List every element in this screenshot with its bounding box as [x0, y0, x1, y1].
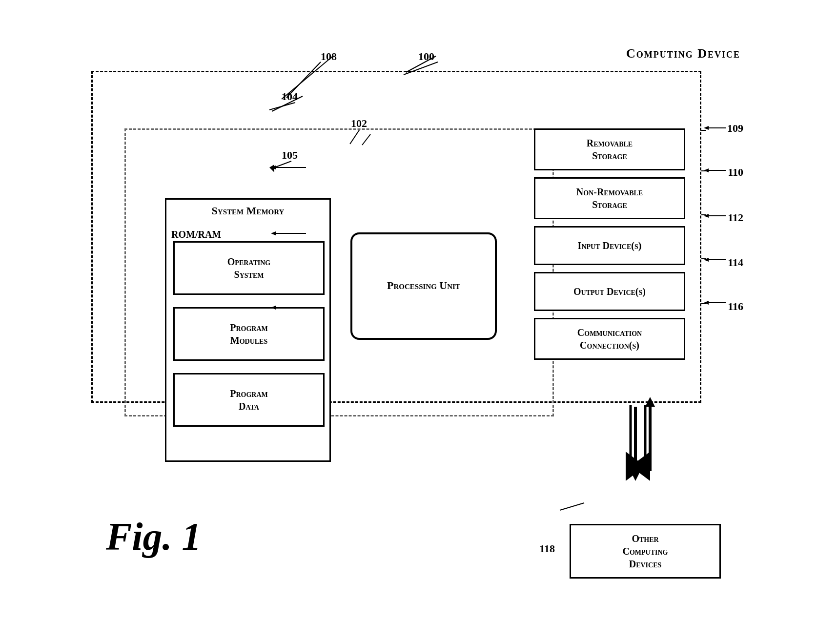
communication-connections-label: CommunicationConnection(s): [577, 326, 642, 352]
operating-system-label: OperatingSystem: [227, 255, 270, 281]
ref-100: 100: [418, 50, 434, 63]
input-devices-box: Input Device(s): [534, 226, 685, 265]
program-modules-box: ProgramModules: [173, 307, 325, 361]
svg-marker-30: [704, 214, 709, 218]
processing-unit-box: Processing Unit: [350, 232, 497, 340]
ref-118: 118: [539, 542, 555, 555]
right-boxes-container: RemovableStorage Non-RemovableStorage In…: [534, 128, 685, 360]
ref-114: 114: [728, 256, 743, 269]
diagram-area: 108 100 104 102 105 106 107 Computing De…: [67, 42, 750, 603]
program-data-label: ProgramData: [230, 387, 268, 413]
inner-dashed-box: System Memory ROM/RAM OperatingSystem Pr…: [124, 128, 554, 416]
other-devices-label: OtherComputingDevices: [623, 532, 668, 570]
removable-storage-box: RemovableStorage: [534, 128, 685, 170]
ref-109: 109: [727, 122, 743, 135]
ref-112: 112: [728, 211, 743, 224]
operating-system-box: OperatingSystem: [173, 241, 325, 295]
svg-marker-34: [704, 301, 709, 305]
other-devices-box: OtherComputingDevices: [570, 524, 721, 579]
ref-116: 116: [728, 300, 743, 313]
page: 108 100 104 102 105 106 107 Computing De…: [0, 0, 817, 644]
non-removable-storage-label: Non-RemovableStorage: [576, 186, 643, 211]
program-data-box: ProgramData: [173, 373, 325, 427]
svg-line-49: [560, 503, 584, 510]
svg-marker-32: [704, 258, 709, 262]
svg-marker-28: [704, 168, 709, 172]
svg-marker-46: [631, 471, 640, 481]
removable-storage-label: RemovableStorage: [587, 137, 633, 162]
output-devices-label: Output Device(s): [573, 285, 646, 298]
system-memory-label: System Memory: [166, 205, 329, 217]
ref-110: 110: [728, 166, 743, 179]
ref-108: 108: [321, 50, 337, 63]
communication-connections-box: CommunicationConnection(s): [534, 318, 685, 360]
input-devices-label: Input Device(s): [578, 239, 642, 252]
computing-device-label: Computing Device: [626, 46, 740, 61]
computing-device-outer-box: System Memory ROM/RAM OperatingSystem Pr…: [91, 71, 701, 403]
output-devices-box: Output Device(s): [534, 272, 685, 311]
program-modules-label: ProgramModules: [230, 321, 268, 347]
rom-ram-label: ROM/RAM: [171, 229, 221, 240]
processing-unit-label: Processing Unit: [387, 278, 460, 293]
svg-marker-26: [704, 126, 709, 130]
non-removable-storage-box: Non-RemovableStorage: [534, 177, 685, 219]
fig-label: Fig. 1: [106, 515, 202, 559]
system-memory-box: System Memory ROM/RAM OperatingSystem Pr…: [165, 198, 331, 462]
